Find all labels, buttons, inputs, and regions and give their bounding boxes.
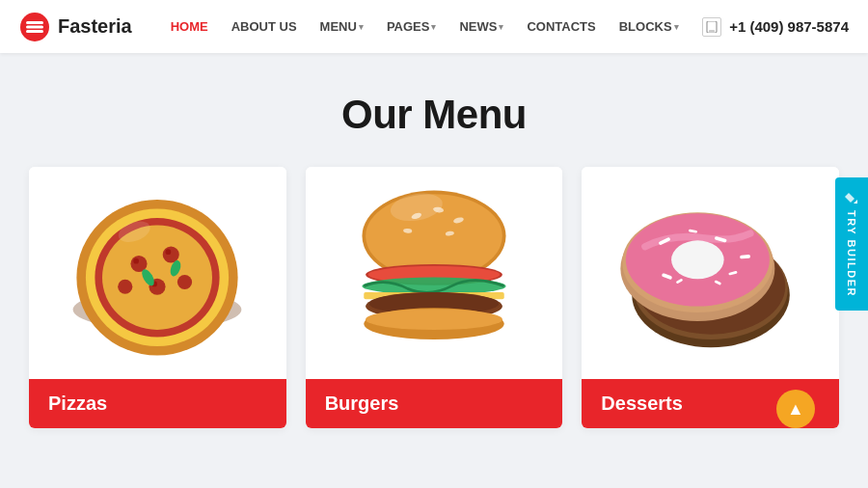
try-builder-button[interactable]: TRY BUILDER [835,177,868,311]
builder-icon [845,191,858,204]
svg-point-10 [102,226,212,330]
nav-home[interactable]: HOME [161,14,218,40]
nav-blocks[interactable]: BLOCKS ▾ [610,14,689,40]
svg-point-12 [163,246,179,262]
menu-card-desserts[interactable]: Desserts [582,167,839,428]
menu-card-burgers[interactable]: Burgers [306,167,563,428]
nav-contacts[interactable]: CONTACTS [517,14,605,40]
burger-image-area [306,167,563,379]
svg-rect-1 [26,21,43,24]
nav-pages[interactable]: PAGES ▾ [377,14,447,40]
try-builder-label: TRY BUILDER [846,210,857,297]
svg-rect-2 [26,25,43,28]
nav-menu[interactable]: MENU ▾ [311,14,373,40]
menu-card-pizzas[interactable]: Pizzas [29,167,286,428]
svg-point-16 [134,258,140,264]
section-title: Our Menu [29,92,839,138]
svg-rect-5 [709,30,715,31]
pizza-image-area [29,167,286,379]
phone-icon [702,17,721,37]
burger-label: Burgers [306,379,563,428]
navbar: Fasteria HOME ABOUT US MENU ▾ PAGES ▾ NE… [0,0,868,53]
dessert-image-area [582,167,839,379]
chevron-icon: ▾ [499,22,503,32]
svg-point-14 [118,280,132,294]
logo[interactable]: Fasteria [19,12,132,42]
scroll-up-button[interactable]: ▲ [776,390,815,428]
svg-point-15 [177,275,192,289]
donut-image [610,176,812,369]
phone-number: +1 (409) 987-5874 [729,18,849,35]
svg-point-17 [166,249,172,255]
svg-rect-3 [26,30,43,33]
svg-marker-60 [854,200,857,203]
main-content: Our Menu [0,53,868,457]
chevron-icon: ▾ [674,22,679,32]
chevron-icon: ▾ [359,22,364,32]
nav-about[interactable]: ABOUT US [222,14,307,40]
scroll-up-icon: ▲ [787,399,804,420]
phone-area: +1 (409) 987-5874 [702,17,849,37]
menu-grid: Pizzas [29,167,839,428]
phone-svg [706,21,718,33]
burger-image [338,176,530,369]
nav-links: HOME ABOUT US MENU ▾ PAGES ▾ NEWS ▾ CONT… [161,14,702,40]
nav-news[interactable]: NEWS ▾ [449,14,513,40]
pizza-image [66,181,249,365]
logo-icon [19,12,50,42]
svg-point-36 [366,309,502,330]
logo-text: Fasteria [58,15,132,38]
pizza-label: Pizzas [29,379,286,428]
chevron-icon: ▾ [431,22,436,32]
svg-point-51 [671,240,724,279]
